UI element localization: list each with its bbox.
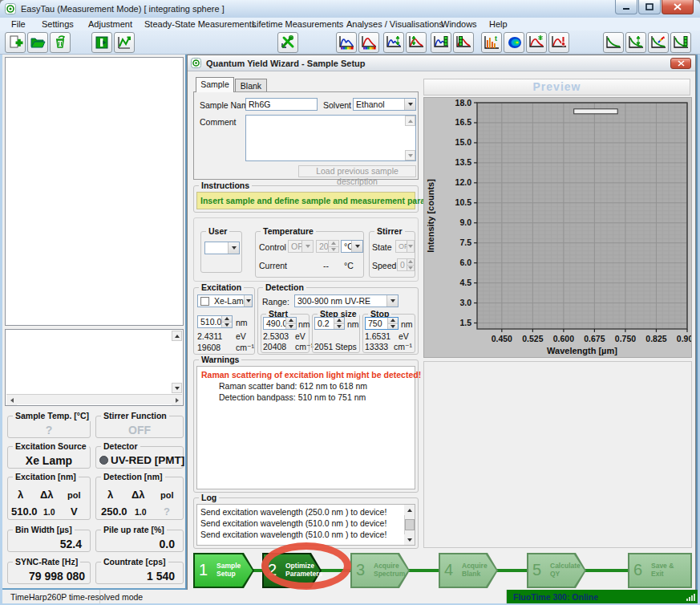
detection-group: Detection Range: 300-900 nm UV-RE Start … [257,287,419,355]
scroll-down-arrow[interactable] [172,383,182,393]
histogram-time-button[interactable]: t [481,32,502,53]
spectrum-red-button[interactable] [358,32,379,53]
pol-header: pol [67,490,81,500]
open-file-button[interactable] [27,32,48,53]
stirrer-speed-spinner[interactable]: 0 [397,258,415,271]
menu-windows[interactable]: Windows [438,18,480,30]
spectrum-red-cursors-button[interactable] [406,32,427,53]
contour-plot-button[interactable] [504,32,524,53]
spectrum-red-temperature-button[interactable] [548,32,569,53]
dialog-title-bar: Quantum Yield Wizard - Sample Setup [188,55,695,71]
maximize-button[interactable] [638,0,661,14]
scroll-up-arrow[interactable] [404,505,415,515]
menu-lifetime[interactable]: Lifetime Measurements [249,18,346,30]
lambda-header: λ [18,489,23,501]
step-1-sample-setup[interactable]: 1 SampleSetup [193,553,254,588]
dropdown-arrow-icon [244,295,252,307]
spin-down-icon [407,265,414,271]
solvent-select[interactable]: Ethanol [353,98,416,111]
spectrum-red-cursors-icon [408,35,424,51]
svg-text:Wavelength [µm]: Wavelength [µm] [547,346,617,355]
countrate-value: 1 540 [96,570,175,583]
menu-steady-state[interactable]: Steady-State Measurements [141,18,259,30]
scroll-left-arrow[interactable] [6,395,17,405]
temperature-label: Temperature [261,226,316,237]
excitation-source-select[interactable]: Xe-Lamp [197,294,253,307]
preview-list-panel[interactable] [5,329,184,406]
step-6-save-exit[interactable]: 6 Save &Exit [628,553,692,588]
temp-unit-select[interactable]: °C [341,240,363,253]
sample-name-input[interactable]: Rh6G [245,98,318,111]
detector-box: Detector UV-RED [PMT] [95,446,184,469]
step-number: 4 [444,559,453,580]
close-button[interactable] [662,0,694,14]
menu-analyses[interactable]: Analyses / Visualisations [343,18,447,30]
sample-tab-panel: Sample Name Rh6G Solvent Ethanol Comment… [193,91,419,180]
start-spinner[interactable]: 490.0 [263,317,297,330]
menu-settings[interactable]: Settings [38,18,77,30]
preview-chart: 0.4500.5250.6000.6750.7500.8250.9001.53.… [423,97,692,358]
user-label: User [206,226,229,237]
menu-file[interactable]: File [8,18,29,30]
excitation-wavelength-spinner[interactable]: 510.0 [197,315,233,328]
excitation-energy-unit: eV [236,331,246,341]
new-measurement-button[interactable] [5,32,26,53]
temp-setpoint-spinner[interactable]: 20 [316,240,339,253]
step-5-calculate-qy[interactable]: 5 CalculateQY [527,553,586,588]
load-previous-sample-button[interactable]: Load previous sample description [298,165,416,177]
detection-range-select[interactable]: 300-900 nm UV-RE [294,294,399,307]
spectrum-blue-button[interactable] [336,32,357,53]
scroll-up-arrow[interactable] [172,331,182,341]
tab-blank[interactable]: Blank [235,79,267,92]
measurement-list-panel[interactable] [5,57,184,326]
open-file-icon [30,35,46,51]
tab-sample-label: Sample [200,79,229,89]
menu-adjustment[interactable]: Adjustment [85,18,136,30]
spectrum-blue-cursors-button[interactable] [383,32,404,53]
xe-lamp-checkbox[interactable] [200,297,209,306]
sample-temp-box: Sample Temp. [°C] ? [7,416,91,438]
stop-spinner[interactable]: 750 [365,317,399,330]
excitation-wavenumber-value: 19608 [197,343,221,352]
comment-scroll-down[interactable] [405,150,415,160]
temp-control-value: OFF [289,242,301,251]
log-scrollbar[interactable] [404,505,415,545]
minimize-button[interactable] [615,0,637,14]
quantum-yield-wizard-dialog: Quantum Yield Wizard - Sample Setup Samp… [187,55,696,591]
decay-status-button[interactable] [670,32,691,53]
stirrer-function-box: Stirrer Function OFF [95,416,184,438]
instrument-tools-button[interactable] [277,32,298,53]
scrollbar-thumb[interactable] [405,519,415,530]
comment-textarea[interactable] [245,115,416,161]
spectrum-blue-status-button[interactable] [431,32,451,53]
switch-mode-button[interactable] [91,32,112,53]
scroll-down-arrow[interactable] [404,534,415,545]
start-wavenumber-unit: cm⁻¹ [295,342,314,351]
step-4-acquire-blank[interactable]: 4 AcquireBlank [439,553,498,588]
spectrum-red-status-button[interactable] [453,32,474,53]
delete-button[interactable] [50,32,71,53]
stirrer-state-value: OFF [396,242,407,250]
log-line: Send excitation wavelength (510.0 nm ) t… [200,518,411,529]
dialog-close-button[interactable] [670,58,691,69]
svg-text:0.675: 0.675 [584,334,605,343]
scroll-right-arrow[interactable] [172,395,182,405]
adjustment-button[interactable] [114,32,135,53]
comment-label: Comment [200,117,237,127]
sample-temp-value: ? [8,424,90,436]
h-scrollbar[interactable] [6,394,182,404]
temp-control-select[interactable]: OFF [288,240,314,253]
decay-button[interactable] [603,32,624,53]
step-3-acquire-spectrum[interactable]: 3 AcquireSpectrum [350,553,410,588]
comment-scroll-up[interactable] [405,116,415,126]
step-size-spinner[interactable]: 0.2 [314,317,345,330]
warning-main: Raman scattering of excitation light mig… [201,369,411,380]
user-select[interactable] [204,242,240,254]
svg-text:10.5: 10.5 [455,197,472,207]
decay-excitation-button[interactable] [648,32,669,53]
menu-help[interactable]: Help [486,18,511,30]
stirrer-state-select[interactable]: OFF [395,240,415,253]
decay-cursors-button[interactable] [625,32,646,53]
tab-sample[interactable]: Sample [196,77,234,92]
spectrum-red-excitation-button[interactable] [526,32,547,53]
